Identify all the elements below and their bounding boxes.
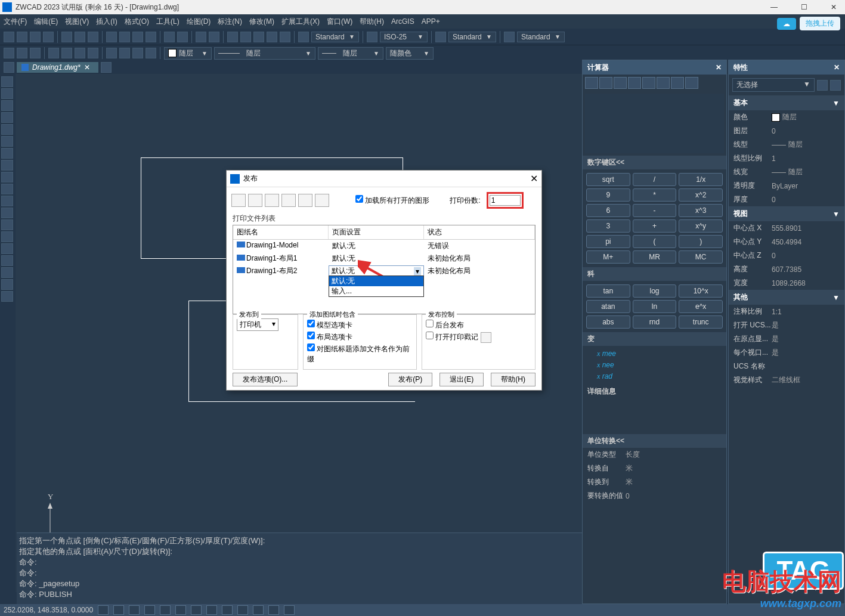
preview-icon[interactable] xyxy=(75,32,85,42)
redo-icon[interactable] xyxy=(177,32,188,42)
menu-dimension[interactable]: 标注(N) xyxy=(218,17,242,27)
props-icon[interactable] xyxy=(227,32,238,42)
polygon-icon[interactable] xyxy=(1,112,13,123)
menu-view[interactable]: 视图(V) xyxy=(65,17,89,27)
calc-key-sqrt[interactable]: sqrt xyxy=(586,173,630,186)
prop-ucs-on[interactable]: 打开 UCS...是 xyxy=(729,318,844,332)
grid-icon[interactable] xyxy=(113,605,124,615)
document-tab[interactable]: Drawing1.dwg* ✕ xyxy=(17,62,98,73)
menu-help[interactable]: 帮助(H) xyxy=(360,17,384,27)
ellipse-arc-icon[interactable] xyxy=(1,196,13,206)
section-basic[interactable]: 基本▼ xyxy=(729,95,844,110)
checkbox-input[interactable] xyxy=(355,195,363,203)
copy-icon[interactable] xyxy=(119,32,130,42)
lwt-icon[interactable] xyxy=(191,605,202,615)
plot-stamp-checkbox[interactable]: 打开打印戳记 xyxy=(426,332,531,343)
anno-icon[interactable] xyxy=(253,605,264,615)
selection-combo[interactable]: 无选择▼ xyxy=(732,78,815,92)
model-icon[interactable] xyxy=(206,605,217,615)
calc-key-add[interactable]: + xyxy=(633,219,677,233)
background-publish-checkbox[interactable]: 后台发布 xyxy=(426,320,531,330)
prop-layer[interactable]: 图层0 xyxy=(729,124,844,138)
dimstyle-combo[interactable]: ISO-25▼ xyxy=(380,32,428,42)
calc-history-icon[interactable] xyxy=(599,77,612,89)
model-tab-checkbox[interactable]: 模型选项卡 xyxy=(307,320,413,330)
cut-icon[interactable] xyxy=(106,32,117,42)
checkbox-input[interactable] xyxy=(426,332,434,339)
polar-icon[interactable] xyxy=(144,605,155,615)
prop-annoscale[interactable]: 注释比例1:1 xyxy=(729,305,844,318)
gradient-icon[interactable] xyxy=(1,255,13,266)
snap-icon[interactable] xyxy=(98,605,109,615)
calc-key-abs[interactable]: abs xyxy=(586,315,630,329)
unit-type-value[interactable]: 长度 xyxy=(626,450,722,460)
minimize-button[interactable]: — xyxy=(765,3,783,11)
tablestyle-combo[interactable]: Standard▼ xyxy=(517,32,565,42)
arc-icon[interactable] xyxy=(1,136,13,147)
open-icon[interactable] xyxy=(17,32,27,42)
calc-unit-header[interactable]: 单位转换<< xyxy=(583,434,726,448)
prop-color[interactable]: 颜色随层 xyxy=(729,110,844,124)
layer-on-icon[interactable] xyxy=(119,48,130,58)
dialog-close-icon[interactable]: ✕ xyxy=(530,173,538,184)
layers-icon[interactable] xyxy=(253,32,264,42)
saveas-icon[interactable] xyxy=(43,32,54,42)
dialog-titlebar[interactable]: 发布 ✕ xyxy=(227,171,541,187)
table-row[interactable]: Drawing1-布局2 默认:无 ▾ 默认:无 输入... 未初始化布局 xyxy=(233,265,535,277)
calc-key-rnd[interactable]: rnd xyxy=(633,315,677,329)
calc-key-10x[interactable]: 10^x xyxy=(679,284,723,298)
checkbox-input[interactable] xyxy=(426,320,434,327)
layer-lock-icon[interactable] xyxy=(75,48,85,58)
linetype-combo[interactable]: ——— 随层▼ xyxy=(214,47,315,60)
save-list-icon[interactable] xyxy=(315,194,329,207)
calc-key-lpar[interactable]: ( xyxy=(633,235,677,248)
tablestyle-icon[interactable] xyxy=(504,32,515,42)
cell-page[interactable]: 默认:无 ▾ 默认:无 输入... xyxy=(329,265,424,277)
quickselect-icon[interactable] xyxy=(830,80,841,91)
layer-off-icon[interactable] xyxy=(106,48,117,58)
ortho-icon[interactable] xyxy=(129,605,140,615)
load-all-checkbox[interactable]: 加载所有打开的图形 xyxy=(355,195,429,206)
layer-states-icon[interactable] xyxy=(17,48,27,58)
filename-prefix-checkbox[interactable]: 对图纸标题添加文件名作为前缀 xyxy=(307,343,413,364)
prop-center-z[interactable]: 中心点 Z0 xyxy=(729,249,844,262)
move-down-icon[interactable] xyxy=(281,194,296,207)
close-tab-icon[interactable]: ✕ xyxy=(84,63,90,72)
table-row[interactable]: Drawing1-Model 默认:无 无错误 xyxy=(233,240,535,252)
checkbox-input[interactable] xyxy=(307,332,315,339)
calc-var-header[interactable]: 变 xyxy=(583,332,726,346)
close-icon[interactable]: ✕ xyxy=(834,63,840,72)
menu-insert[interactable]: 插入(I) xyxy=(96,17,117,27)
cycle-icon[interactable] xyxy=(237,605,248,615)
prop-ucs-per-viewport[interactable]: 每个视口...是 xyxy=(729,346,844,360)
pickadd-icon[interactable] xyxy=(817,80,828,91)
calc-numpad-header[interactable]: 数字键区<< xyxy=(583,156,726,169)
plotcolor-combo[interactable]: 随颜色▼ xyxy=(386,47,434,60)
mtext-icon[interactable] xyxy=(1,291,13,302)
section-other[interactable]: 其他▼ xyxy=(729,290,844,305)
ray-icon[interactable] xyxy=(1,88,13,99)
make-block-icon[interactable] xyxy=(1,219,13,230)
publish-options-button[interactable]: 发布选项(O)... xyxy=(233,373,298,386)
paste-icon[interactable] xyxy=(132,32,143,42)
region-icon[interactable] xyxy=(1,267,13,278)
th-sheetname[interactable]: 图纸名 xyxy=(233,225,329,239)
anno2-icon[interactable] xyxy=(268,605,279,615)
calc-key-pow[interactable]: x^y xyxy=(679,219,723,233)
calc-key-mplus[interactable]: M+ xyxy=(586,250,630,264)
calc-var[interactable]: x nee xyxy=(585,360,724,371)
layer-props-icon[interactable] xyxy=(4,48,14,58)
new-icon[interactable] xyxy=(4,32,14,42)
line-icon[interactable] xyxy=(1,76,13,87)
dyn-icon[interactable] xyxy=(222,605,233,615)
table-icon[interactable] xyxy=(1,279,13,290)
dropdown-option[interactable]: 输入... xyxy=(329,286,423,296)
lineweight-combo[interactable]: —— 随层▼ xyxy=(318,47,383,60)
layer-match-icon[interactable] xyxy=(132,48,143,58)
close-icon[interactable]: ✕ xyxy=(716,63,722,72)
copies-input[interactable] xyxy=(490,195,521,206)
style-combo[interactable]: Standard▼ xyxy=(311,32,359,42)
dim-icon[interactable] xyxy=(298,32,309,42)
calc-key-sq[interactable]: x^2 xyxy=(679,188,723,202)
calc-key-9[interactable]: 9 xyxy=(586,188,630,202)
